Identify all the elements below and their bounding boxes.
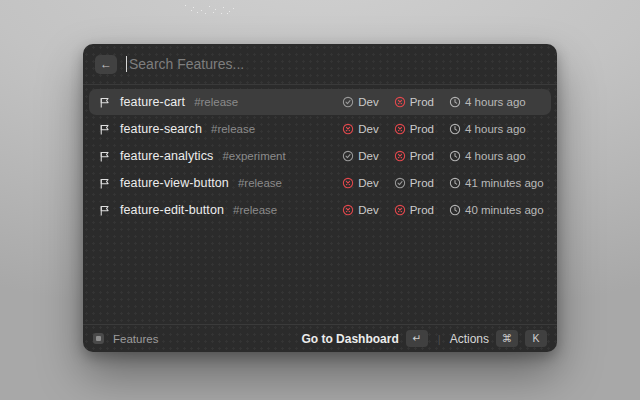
prod-status-label: Prod <box>410 150 434 162</box>
clock-icon <box>449 150 461 162</box>
k-key-badge[interactable]: K <box>525 330 547 347</box>
footer-separator: | <box>438 333 441 345</box>
updated-time-label: 41 minutes ago <box>465 177 544 189</box>
feature-tag: #release <box>194 96 238 108</box>
clock-icon <box>449 123 461 135</box>
check-circle-icon <box>394 177 406 189</box>
feature-name: feature-view-button <box>120 176 229 190</box>
feature-name: feature-cart <box>120 95 185 109</box>
prod-status: Prod <box>394 96 434 108</box>
feature-row[interactable]: feature-analytics #experiment Dev Prod <box>89 143 551 169</box>
x-circle-icon <box>394 204 406 216</box>
prod-status: Prod <box>394 123 434 135</box>
prod-status-label: Prod <box>410 123 434 135</box>
back-button[interactable]: ← <box>95 55 117 74</box>
updated-time-label: 4 hours ago <box>465 123 526 135</box>
updated-time-label: 4 hours ago <box>465 96 526 108</box>
prod-status-label: Prod <box>410 96 434 108</box>
x-circle-icon <box>342 177 354 189</box>
feature-tag: #release <box>238 177 282 189</box>
results-list: feature-cart #release Dev Prod 4 <box>83 85 557 324</box>
feature-row[interactable]: feature-cart #release Dev Prod 4 <box>89 89 551 115</box>
updated-time: 4 hours ago <box>449 123 545 135</box>
footer-source-label: Features <box>113 333 158 345</box>
flag-icon <box>98 177 111 190</box>
prod-status: Prod <box>394 204 434 216</box>
clock-icon <box>449 204 461 216</box>
feature-row[interactable]: feature-view-button #release Dev Prod <box>89 170 551 196</box>
updated-time: 40 minutes ago <box>449 204 545 216</box>
dev-status-label: Dev <box>358 204 378 216</box>
x-circle-icon <box>394 123 406 135</box>
updated-time-label: 40 minutes ago <box>465 204 544 216</box>
dev-status-label: Dev <box>358 123 378 135</box>
dev-status-label: Dev <box>358 96 378 108</box>
x-circle-icon <box>342 204 354 216</box>
feature-name: feature-edit-button <box>120 203 224 217</box>
features-extension-icon <box>93 333 104 344</box>
actions-button[interactable]: Actions <box>450 332 489 346</box>
feature-name: feature-analytics <box>120 149 213 163</box>
flag-icon <box>98 123 111 136</box>
prod-status: Prod <box>394 150 434 162</box>
check-circle-icon <box>342 96 354 108</box>
prod-status: Prod <box>394 177 434 189</box>
updated-time: 41 minutes ago <box>449 177 545 189</box>
feature-tag: #release <box>211 123 255 135</box>
clock-icon <box>449 96 461 108</box>
dev-status-label: Dev <box>358 177 378 189</box>
dev-status: Dev <box>342 177 378 189</box>
x-circle-icon <box>342 123 354 135</box>
dev-status: Dev <box>342 150 378 162</box>
flag-icon <box>98 96 111 109</box>
dev-status: Dev <box>342 123 378 135</box>
x-circle-icon <box>394 150 406 162</box>
check-circle-icon <box>342 150 354 162</box>
feature-name: feature-search <box>120 122 202 136</box>
feature-row[interactable]: feature-search #release Dev Prod <box>89 116 551 142</box>
x-circle-icon <box>394 96 406 108</box>
updated-time: 4 hours ago <box>449 150 545 162</box>
flag-icon <box>98 204 111 217</box>
cmd-key-badge[interactable]: ⌘ <box>496 330 518 347</box>
feature-tag: #experiment <box>222 150 285 162</box>
footer-bar: Features Go to Dashboard ↵ | Actions ⌘ K <box>83 324 557 352</box>
updated-time-label: 4 hours ago <box>465 150 526 162</box>
search-input[interactable]: Search Features... <box>129 56 244 72</box>
dev-status: Dev <box>342 96 378 108</box>
command-palette-window: ← Search Features... feature-cart #relea… <box>83 44 557 352</box>
updated-time: 4 hours ago <box>449 96 545 108</box>
clock-icon <box>449 177 461 189</box>
dev-status-label: Dev <box>358 150 378 162</box>
search-bar: ← Search Features... <box>83 44 557 84</box>
text-cursor <box>126 56 127 72</box>
back-arrow-icon: ← <box>100 58 112 70</box>
prod-status-label: Prod <box>410 204 434 216</box>
flag-icon <box>98 150 111 163</box>
dev-status: Dev <box>342 204 378 216</box>
go-to-dashboard-button[interactable]: Go to Dashboard <box>301 332 398 346</box>
background-sparkles <box>185 5 186 6</box>
prod-status-label: Prod <box>410 177 434 189</box>
feature-tag: #release <box>233 204 277 216</box>
feature-row[interactable]: feature-edit-button #release Dev Prod <box>89 197 551 223</box>
enter-key-badge[interactable]: ↵ <box>406 330 428 347</box>
